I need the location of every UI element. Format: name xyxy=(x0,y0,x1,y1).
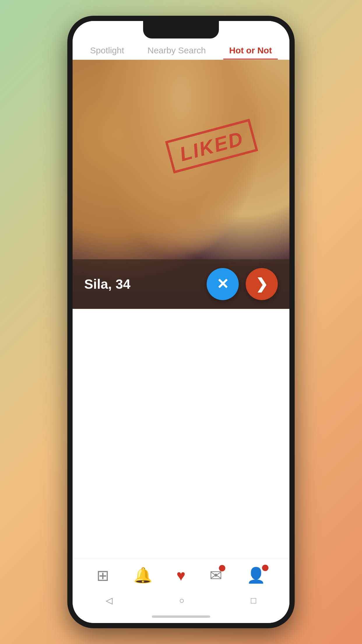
skip-icon: ✕ xyxy=(217,277,229,291)
next-icon: ❯ xyxy=(256,277,268,291)
skip-button[interactable]: ✕ xyxy=(207,268,239,300)
nav-item-messages[interactable]: ✉ xyxy=(210,567,222,584)
content-area xyxy=(73,309,289,558)
nav-item-likes[interactable]: ♥ xyxy=(177,567,186,584)
bell-icon: 🔔 xyxy=(133,566,152,584)
nav-item-notifications[interactable]: 🔔 xyxy=(133,566,152,584)
bottom-bar xyxy=(73,612,289,623)
messages-badge xyxy=(219,565,225,571)
tab-nearby[interactable]: Nearby Search xyxy=(142,41,212,60)
next-button[interactable]: ❯ xyxy=(246,268,278,300)
phone-shell: Spotlight Nearby Search Hot or Not LIKED… xyxy=(67,16,295,628)
profile-card[interactable]: LIKED Sila, 34 ✕ ❯ xyxy=(73,60,289,309)
phone-screen: Spotlight Nearby Search Hot or Not LIKED… xyxy=(73,21,289,623)
heart-icon: ♥ xyxy=(177,567,186,584)
nav-item-grid[interactable]: ⊞ xyxy=(96,567,109,584)
nav-item-profile[interactable]: 👤 xyxy=(247,566,266,584)
tab-spotlight[interactable]: Spotlight xyxy=(84,41,130,60)
profile-name: Sila, 34 xyxy=(84,276,131,292)
recent-button[interactable]: □ xyxy=(251,596,256,606)
grid-icon: ⊞ xyxy=(96,567,109,584)
back-button[interactable]: ◁ xyxy=(106,595,113,606)
notch xyxy=(143,21,219,38)
name-bar: Sila, 34 ✕ ❯ xyxy=(73,259,289,309)
profile-badge xyxy=(262,565,268,571)
home-button[interactable]: ○ xyxy=(179,596,184,606)
android-nav: ◁ ○ □ xyxy=(73,590,289,612)
bottom-indicator xyxy=(152,615,210,618)
action-buttons: ✕ ❯ xyxy=(207,268,278,300)
tab-hotornot[interactable]: Hot or Not xyxy=(223,41,278,60)
bottom-nav: ⊞ 🔔 ♥ ✉ 👤 xyxy=(73,558,289,590)
